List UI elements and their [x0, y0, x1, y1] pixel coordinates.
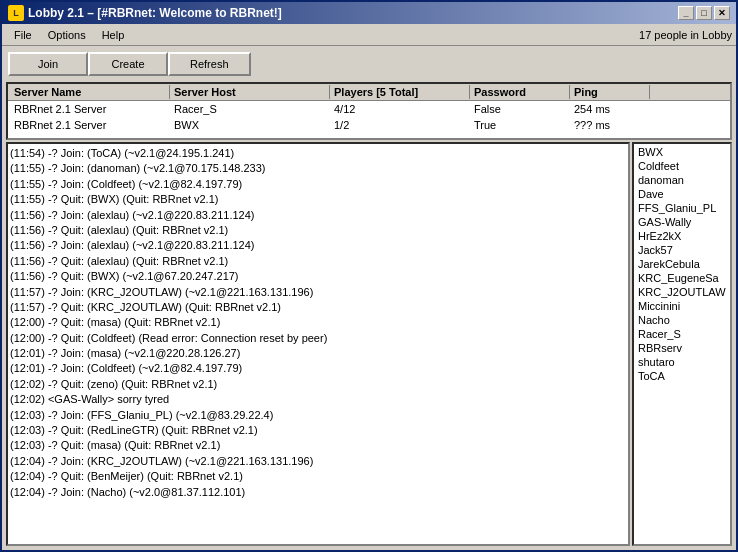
- user-list-item[interactable]: HrEz2kX: [635, 229, 729, 243]
- user-list-item[interactable]: danoman: [635, 173, 729, 187]
- app-icon: L: [8, 5, 24, 21]
- chat-line: (12:02) -? Quit: (zeno) (Quit: RBRnet v2…: [10, 377, 626, 392]
- chat-line: (12:03) -? Join: (FFS_Glaniu_PL) (~v2.1@…: [10, 408, 626, 423]
- server-password-0: False: [470, 102, 570, 116]
- chat-line: (11:54) -? Join: (ToCA) (~v2.1@24.195.1.…: [10, 146, 626, 161]
- menu-help[interactable]: Help: [94, 27, 133, 43]
- menu-file[interactable]: File: [6, 27, 40, 43]
- chat-line: (12:04) -? Quit: (BenMeijer) (Quit: RBRn…: [10, 469, 626, 484]
- server-row[interactable]: RBRnet 2.1 Server BWX 1/2 True ??? ms: [8, 117, 730, 133]
- window-title: Lobby 2.1 – [#RBRnet: Welcome to RBRnet!…: [28, 6, 282, 20]
- server-password-1: True: [470, 118, 570, 132]
- user-list-item[interactable]: Racer_S: [635, 327, 729, 341]
- server-name-0: RBRnet 2.1 Server: [10, 102, 170, 116]
- menu-options[interactable]: Options: [40, 27, 94, 43]
- chat-line: (12:01) -? Join: (masa) (~v2.1@220.28.12…: [10, 346, 626, 361]
- col-ping: Ping: [570, 85, 650, 99]
- col-server-name: Server Name: [10, 85, 170, 99]
- join-button[interactable]: Join: [8, 52, 88, 76]
- server-host-1: BWX: [170, 118, 330, 132]
- server-host-0: Racer_S: [170, 102, 330, 116]
- server-list-header: Server Name Server Host Players [5 Total…: [8, 84, 730, 101]
- user-list-item[interactable]: GAS-Wally: [635, 215, 729, 229]
- chat-line: (11:55) -? Join: (danoman) (~v2.1@70.175…: [10, 161, 626, 176]
- chat-line: (12:00) -? Quit: (masa) (Quit: RBRnet v2…: [10, 315, 626, 330]
- user-list-item[interactable]: Coldfeet: [635, 159, 729, 173]
- main-window: L Lobby 2.1 – [#RBRnet: Welcome to RBRne…: [0, 0, 738, 552]
- user-list-item[interactable]: ToCA: [635, 369, 729, 383]
- server-players-0: 4/12: [330, 102, 470, 116]
- refresh-button[interactable]: Refresh: [168, 52, 251, 76]
- col-players: Players [5 Total]: [330, 85, 470, 99]
- server-ping-1: ??? ms: [570, 118, 650, 132]
- chat-line: (12:03) -? Quit: (RedLineGTR) (Quit: RBR…: [10, 423, 626, 438]
- chat-line: (12:03) -? Quit: (masa) (Quit: RBRnet v2…: [10, 438, 626, 453]
- user-list: BWXColdfeetdanomanDaveFFS_Glaniu_PLGAS-W…: [634, 144, 730, 544]
- user-list-item[interactable]: Nacho: [635, 313, 729, 327]
- close-button[interactable]: ✕: [714, 6, 730, 20]
- maximize-button[interactable]: □: [696, 6, 712, 20]
- chat-line: (11:55) -? Quit: (BWX) (Quit: RBRnet v2.…: [10, 192, 626, 207]
- user-list-item[interactable]: Jack57: [635, 243, 729, 257]
- server-ping-0: 254 ms: [570, 102, 650, 116]
- server-name-1: RBRnet 2.1 Server: [10, 118, 170, 132]
- minimize-button[interactable]: _: [678, 6, 694, 20]
- user-list-item[interactable]: Dave: [635, 187, 729, 201]
- chat-line: (11:57) -? Quit: (KRC_J2OUTLAW) (Quit: R…: [10, 300, 626, 315]
- chat-line: (12:04) -? Join: (Nacho) (~v2.0@81.37.11…: [10, 485, 626, 500]
- chat-line: (12:02) <GAS-Wally> sorry tyred: [10, 392, 626, 407]
- user-list-item[interactable]: BWX: [635, 145, 729, 159]
- user-list-item[interactable]: KRC_EugeneSa: [635, 271, 729, 285]
- chat-line: (11:55) -? Join: (Coldfeet) (~v2.1@82.4.…: [10, 177, 626, 192]
- people-count: 17 people in Lobby: [639, 29, 732, 41]
- server-players-1: 1/2: [330, 118, 470, 132]
- title-bar-left: L Lobby 2.1 – [#RBRnet: Welcome to RBRne…: [8, 5, 282, 21]
- title-controls: _ □ ✕: [678, 6, 730, 20]
- chat-line: (12:04) -? Join: (KRC_J2OUTLAW) (~v2.1@2…: [10, 454, 626, 469]
- chat-line: (11:56) -? Quit: (BWX) (~v2.1@67.20.247.…: [10, 269, 626, 284]
- user-list-item[interactable]: FFS_Glaniu_PL: [635, 201, 729, 215]
- chat-line: (11:56) -? Quit: (alexlau) (Quit: RBRnet…: [10, 254, 626, 269]
- chat-log[interactable]: (11:54) -? Join: (ToCA) (~v2.1@24.195.1.…: [6, 142, 630, 546]
- server-row[interactable]: RBRnet 2.1 Server Racer_S 4/12 False 254…: [8, 101, 730, 117]
- user-list-item[interactable]: shutaro: [635, 355, 729, 369]
- col-server-host: Server Host: [170, 85, 330, 99]
- user-list-item[interactable]: KRC_J2OUTLAW: [635, 285, 729, 299]
- user-list-item[interactable]: Miccinini: [635, 299, 729, 313]
- chat-line: (11:56) -? Join: (alexlau) (~v2.1@220.83…: [10, 208, 626, 223]
- toolbar: Join Create Refresh: [2, 46, 736, 82]
- chat-line: (11:56) -? Join: (alexlau) (~v2.1@220.83…: [10, 238, 626, 253]
- chat-line: (12:00) -? Quit: (Coldfeet) (Read error:…: [10, 331, 626, 346]
- menu-bar: File Options Help 17 people in Lobby: [2, 24, 736, 46]
- chat-line: (12:01) -? Join: (Coldfeet) (~v2.1@82.4.…: [10, 361, 626, 376]
- chat-line: (11:57) -? Join: (KRC_J2OUTLAW) (~v2.1@2…: [10, 285, 626, 300]
- user-list-item[interactable]: JarekCebula: [635, 257, 729, 271]
- user-list-container: BWXColdfeetdanomanDaveFFS_Glaniu_PLGAS-W…: [632, 142, 732, 546]
- col-password: Password: [470, 85, 570, 99]
- create-button[interactable]: Create: [88, 52, 168, 76]
- main-area: (11:54) -? Join: (ToCA) (~v2.1@24.195.1.…: [6, 142, 732, 546]
- server-list: Server Name Server Host Players [5 Total…: [6, 82, 732, 140]
- chat-line: (11:56) -? Quit: (alexlau) (Quit: RBRnet…: [10, 223, 626, 238]
- title-bar: L Lobby 2.1 – [#RBRnet: Welcome to RBRne…: [2, 2, 736, 24]
- user-list-item[interactable]: RBRserv: [635, 341, 729, 355]
